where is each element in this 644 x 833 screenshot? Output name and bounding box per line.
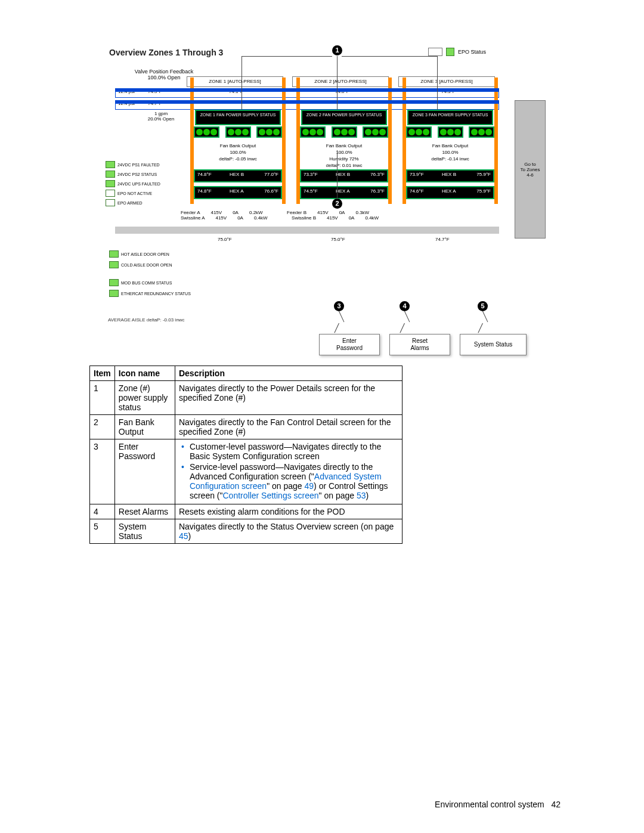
zone-2-fan-bank[interactable] xyxy=(300,126,388,138)
col-item: Item xyxy=(90,366,115,381)
gpm-open: 1 gpm 20.0% Open xyxy=(128,111,194,122)
link-page-53[interactable]: 53 xyxy=(357,491,366,500)
callout-1: 1 xyxy=(332,45,342,55)
zone-3-power-status[interactable]: ZONE 3 FAN POWER SUPPLY STATUS xyxy=(407,110,493,125)
zone-1-hex-b: 74.8°FHEX B77.0°F xyxy=(194,169,282,182)
zone-1-fan-bank-output[interactable]: Fan Bank Output 100.0%deltaP: -0.05 inwc xyxy=(188,143,288,162)
col-desc: Description xyxy=(175,366,402,381)
diagram-title: Overview Zones 1 Through 3 xyxy=(109,48,223,57)
zone-2-header[interactable]: ZONE 2 [AUTO-PRESS] xyxy=(292,76,389,87)
table-row: 2Fan Bank OutputNavigates directly to th… xyxy=(90,415,402,439)
table-header-row: Item Icon name Description xyxy=(90,366,402,381)
callout-table: Item Icon name Description 1Zone (#) pow… xyxy=(89,366,402,544)
list-item: Customer-level password—Navigates direct… xyxy=(190,442,398,461)
zone-3-hex-a: 74.6°FHEX A75.9°F xyxy=(406,186,494,199)
zone-1-bottom-temp: 75.0°F xyxy=(218,237,232,242)
list-item: Service-level password—Navigates directl… xyxy=(190,462,398,500)
reset-alarms-button[interactable]: Reset Alarms xyxy=(389,334,450,355)
callout-3: 3 xyxy=(334,301,344,311)
table-row: 5System StatusNavigates directly to the … xyxy=(90,519,402,544)
go-to-zones-4-6-button[interactable]: Go to To Zones 4-6 xyxy=(515,100,546,239)
col-name: Icon name xyxy=(114,366,175,381)
zone-3-header[interactable]: ZONE 3 [AUTO-PRESS] xyxy=(398,76,495,87)
zone-1-fan-bank[interactable] xyxy=(194,126,282,138)
bottom-bar xyxy=(115,227,499,234)
zone-3-fan-bank[interactable] xyxy=(406,126,494,138)
zone-3-bottom-temp: 74.7°F xyxy=(435,237,450,242)
zone-1-hex-a: 74.8°FHEX A76.6°F xyxy=(194,186,282,199)
zone-1-header[interactable]: ZONE 1 [AUTO-PRESS] xyxy=(187,76,283,87)
zone-3-hex-b: 73.9°FHEX B75.9°F xyxy=(406,169,494,182)
enter-password-button[interactable]: Enter Password xyxy=(319,334,380,355)
zone-3-fan-bank-output[interactable]: Fan Bank Output 100.0%deltaP: -0.14 inwc xyxy=(400,143,500,162)
zone-2-fan-bank-output[interactable]: Fan Bank Output 100.0% Humidity 72%delta… xyxy=(294,143,394,169)
zone-2-hex-b: 73.3°FHEX B76.3°F xyxy=(300,169,388,182)
zone-2-power-status[interactable]: ZONE 2 FAN POWER SUPPLY STATUS xyxy=(301,110,387,125)
link-page-45[interactable]: 45 xyxy=(179,531,188,541)
link-controller-settings[interactable]: Controller Settings screen xyxy=(223,491,319,500)
callout-2: 2 xyxy=(332,199,342,209)
table-row: 4Reset AlarmsResets existing alarm condi… xyxy=(90,504,402,519)
callout-4: 4 xyxy=(400,301,410,311)
epo-status: EPO Status xyxy=(428,48,486,56)
zone-1-power-status[interactable]: ZONE 1 FAN POWER SUPPLY STATUS xyxy=(195,110,281,125)
epo-status-label: EPO Status xyxy=(458,49,486,55)
zone-2-bottom-temp: 75.0°F xyxy=(331,237,345,242)
table-row: 3Enter Password Customer-level password—… xyxy=(90,439,402,504)
avg-deltap: AVERAGE AISLE deltaP: -0.03 inwc xyxy=(108,317,184,323)
system-status-button[interactable]: System Status xyxy=(460,334,527,355)
legend-comm: HOT AISLE DOOR OPEN COLD AISLE DOOR OPEN… xyxy=(109,250,191,301)
table-row: 1Zone (#) power supply statusNavigates d… xyxy=(90,381,402,415)
legend-status: 24VDC PS1 FAULTED 24VDC PS2 STATUS 24VDC… xyxy=(106,161,160,209)
overview-zones-diagram: Overview Zones 1 Through 3 EPO Status Va… xyxy=(104,48,546,361)
page-footer: Environmental control system 42 xyxy=(435,800,561,809)
link-page-49[interactable]: 49 xyxy=(305,481,314,491)
feeder-readings: Feeder A415V0A0.2kW Feeder B415V0A0.3kW … xyxy=(181,210,379,221)
callout-5: 5 xyxy=(478,301,488,311)
zone-2-hex-a: 74.5°FHEX A76.3°F xyxy=(300,186,388,199)
